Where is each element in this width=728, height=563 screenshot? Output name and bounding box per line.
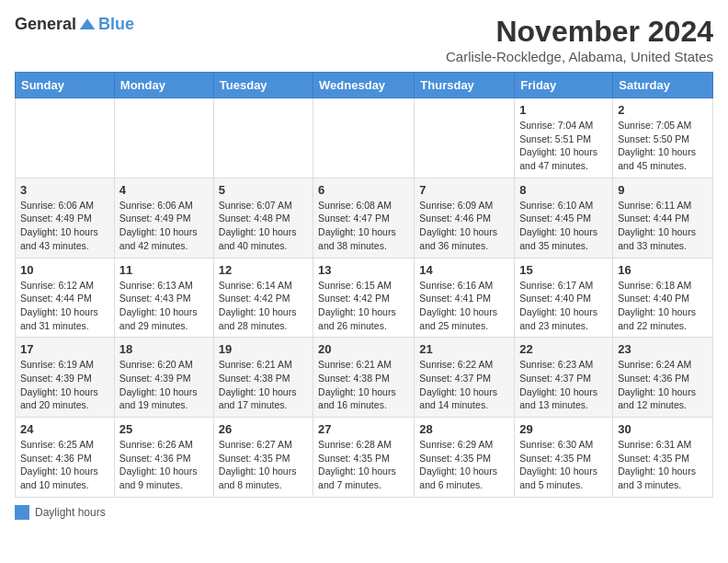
calendar-cell: 13Sunrise: 6:15 AMSunset: 4:42 PMDayligh… — [313, 258, 415, 338]
day-info: Sunrise: 6:06 AMSunset: 4:49 PMDaylight:… — [20, 199, 109, 253]
day-info: Sunrise: 6:18 AMSunset: 4:40 PMDaylight:… — [618, 279, 708, 333]
day-header-tuesday: Tuesday — [213, 73, 313, 98]
calendar-cell: 25Sunrise: 6:26 AMSunset: 4:36 PMDayligh… — [114, 418, 213, 498]
title-section: November 2024 Carlisle-Rockledge, Alabam… — [446, 15, 713, 64]
legend: Daylight hours — [15, 505, 713, 520]
day-info: Sunrise: 6:17 AMSunset: 4:40 PMDaylight:… — [519, 279, 608, 333]
calendar-cell: 19Sunrise: 6:21 AMSunset: 4:38 PMDayligh… — [213, 338, 313, 418]
day-info: Sunrise: 6:31 AMSunset: 4:35 PMDaylight:… — [618, 438, 708, 492]
calendar-week-row: 17Sunrise: 6:19 AMSunset: 4:39 PMDayligh… — [16, 338, 713, 418]
day-number: 6 — [318, 183, 409, 197]
legend-color-box — [15, 505, 29, 520]
day-info: Sunrise: 6:21 AMSunset: 4:38 PMDaylight:… — [318, 358, 409, 412]
day-info: Sunrise: 6:27 AMSunset: 4:35 PMDaylight:… — [219, 438, 308, 492]
day-number: 27 — [318, 422, 409, 436]
calendar-cell: 15Sunrise: 6:17 AMSunset: 4:40 PMDayligh… — [515, 258, 613, 338]
day-info: Sunrise: 6:24 AMSunset: 4:36 PMDaylight:… — [618, 358, 708, 412]
calendar-table: SundayMondayTuesdayWednesdayThursdayFrid… — [15, 72, 713, 498]
calendar-cell — [415, 98, 515, 178]
calendar-cell: 28Sunrise: 6:29 AMSunset: 4:35 PMDayligh… — [415, 418, 515, 498]
day-info: Sunrise: 6:15 AMSunset: 4:42 PMDaylight:… — [318, 279, 409, 333]
calendar-week-row: 24Sunrise: 6:25 AMSunset: 4:36 PMDayligh… — [16, 418, 713, 498]
calendar-cell — [313, 98, 415, 178]
day-header-wednesday: Wednesday — [313, 73, 415, 98]
day-number: 28 — [419, 422, 509, 436]
calendar-cell: 22Sunrise: 6:23 AMSunset: 4:37 PMDayligh… — [515, 338, 613, 418]
day-info: Sunrise: 6:25 AMSunset: 4:36 PMDaylight:… — [20, 438, 109, 492]
day-number: 8 — [519, 183, 608, 197]
day-info: Sunrise: 6:13 AMSunset: 4:43 PMDaylight:… — [119, 279, 209, 333]
day-info: Sunrise: 6:19 AMSunset: 4:39 PMDaylight:… — [20, 358, 109, 412]
day-info: Sunrise: 6:20 AMSunset: 4:39 PMDaylight:… — [119, 358, 209, 412]
day-number: 18 — [119, 342, 209, 356]
day-info: Sunrise: 6:22 AMSunset: 4:37 PMDaylight:… — [419, 358, 509, 412]
day-number: 24 — [20, 422, 109, 436]
day-header-sunday: Sunday — [16, 73, 115, 98]
calendar-cell: 30Sunrise: 6:31 AMSunset: 4:35 PMDayligh… — [613, 418, 713, 498]
calendar-week-row: 1Sunrise: 7:04 AMSunset: 5:51 PMDaylight… — [16, 98, 713, 178]
day-number: 29 — [519, 422, 608, 436]
day-number: 4 — [119, 183, 209, 197]
day-number: 17 — [20, 342, 109, 356]
day-info: Sunrise: 6:09 AMSunset: 4:46 PMDaylight:… — [419, 199, 509, 253]
day-info: Sunrise: 6:29 AMSunset: 4:35 PMDaylight:… — [419, 438, 509, 492]
calendar-cell: 8Sunrise: 6:10 AMSunset: 4:45 PMDaylight… — [515, 178, 613, 258]
calendar-cell: 9Sunrise: 6:11 AMSunset: 4:44 PMDaylight… — [613, 178, 713, 258]
day-info: Sunrise: 6:23 AMSunset: 4:37 PMDaylight:… — [519, 358, 608, 412]
day-number: 16 — [618, 263, 708, 277]
day-info: Sunrise: 6:16 AMSunset: 4:41 PMDaylight:… — [419, 279, 509, 333]
calendar-week-row: 3Sunrise: 6:06 AMSunset: 4:49 PMDaylight… — [16, 178, 713, 258]
day-number: 12 — [219, 263, 308, 277]
calendar-cell: 2Sunrise: 7:05 AMSunset: 5:50 PMDaylight… — [613, 98, 713, 178]
calendar-cell: 10Sunrise: 6:12 AMSunset: 4:44 PMDayligh… — [16, 258, 115, 338]
day-info: Sunrise: 6:07 AMSunset: 4:48 PMDaylight:… — [219, 199, 308, 253]
calendar-week-row: 10Sunrise: 6:12 AMSunset: 4:44 PMDayligh… — [16, 258, 713, 338]
logo-general-text: General — [15, 15, 76, 34]
calendar-cell: 1Sunrise: 7:04 AMSunset: 5:51 PMDaylight… — [515, 98, 613, 178]
page-header: General Blue November 2024 Carlisle-Rock… — [15, 15, 713, 64]
logo-blue-text: Blue — [98, 15, 134, 34]
day-header-saturday: Saturday — [613, 73, 713, 98]
calendar-cell: 3Sunrise: 6:06 AMSunset: 4:49 PMDaylight… — [16, 178, 115, 258]
calendar-cell: 26Sunrise: 6:27 AMSunset: 4:35 PMDayligh… — [213, 418, 313, 498]
day-number: 15 — [519, 263, 608, 277]
calendar-cell: 27Sunrise: 6:28 AMSunset: 4:35 PMDayligh… — [313, 418, 415, 498]
day-info: Sunrise: 7:05 AMSunset: 5:50 PMDaylight:… — [618, 119, 708, 173]
legend-label: Daylight hours — [35, 506, 106, 519]
day-number: 1 — [519, 103, 608, 117]
day-number: 25 — [119, 422, 209, 436]
day-number: 21 — [419, 342, 509, 356]
calendar-cell: 4Sunrise: 6:06 AMSunset: 4:49 PMDaylight… — [114, 178, 213, 258]
day-number: 5 — [219, 183, 308, 197]
day-number: 26 — [219, 422, 308, 436]
calendar-cell: 23Sunrise: 6:24 AMSunset: 4:36 PMDayligh… — [613, 338, 713, 418]
calendar-cell: 18Sunrise: 6:20 AMSunset: 4:39 PMDayligh… — [114, 338, 213, 418]
day-header-monday: Monday — [114, 73, 213, 98]
day-info: Sunrise: 6:12 AMSunset: 4:44 PMDaylight:… — [20, 279, 109, 333]
location-subtitle: Carlisle-Rockledge, Alabama, United Stat… — [446, 49, 713, 64]
day-header-thursday: Thursday — [415, 73, 515, 98]
day-number: 19 — [219, 342, 308, 356]
day-number: 7 — [419, 183, 509, 197]
calendar-header-row: SundayMondayTuesdayWednesdayThursdayFrid… — [16, 73, 713, 98]
day-info: Sunrise: 6:10 AMSunset: 4:45 PMDaylight:… — [519, 199, 608, 253]
day-info: Sunrise: 7:04 AMSunset: 5:51 PMDaylight:… — [519, 119, 608, 173]
calendar-cell: 20Sunrise: 6:21 AMSunset: 4:38 PMDayligh… — [313, 338, 415, 418]
logo-icon — [78, 16, 97, 34]
calendar-cell — [114, 98, 213, 178]
day-number: 22 — [519, 342, 608, 356]
day-number: 20 — [318, 342, 409, 356]
calendar-cell: 7Sunrise: 6:09 AMSunset: 4:46 PMDaylight… — [415, 178, 515, 258]
day-number: 14 — [419, 263, 509, 277]
calendar-cell: 24Sunrise: 6:25 AMSunset: 4:36 PMDayligh… — [16, 418, 115, 498]
day-info: Sunrise: 6:06 AMSunset: 4:49 PMDaylight:… — [119, 199, 209, 253]
calendar-cell: 29Sunrise: 6:30 AMSunset: 4:35 PMDayligh… — [515, 418, 613, 498]
day-info: Sunrise: 6:26 AMSunset: 4:36 PMDaylight:… — [119, 438, 209, 492]
calendar-cell: 5Sunrise: 6:07 AMSunset: 4:48 PMDaylight… — [213, 178, 313, 258]
calendar-cell: 14Sunrise: 6:16 AMSunset: 4:41 PMDayligh… — [415, 258, 515, 338]
calendar-cell — [213, 98, 313, 178]
day-number: 11 — [119, 263, 209, 277]
calendar-cell: 17Sunrise: 6:19 AMSunset: 4:39 PMDayligh… — [16, 338, 115, 418]
day-info: Sunrise: 6:30 AMSunset: 4:35 PMDaylight:… — [519, 438, 608, 492]
day-info: Sunrise: 6:11 AMSunset: 4:44 PMDaylight:… — [618, 199, 708, 253]
